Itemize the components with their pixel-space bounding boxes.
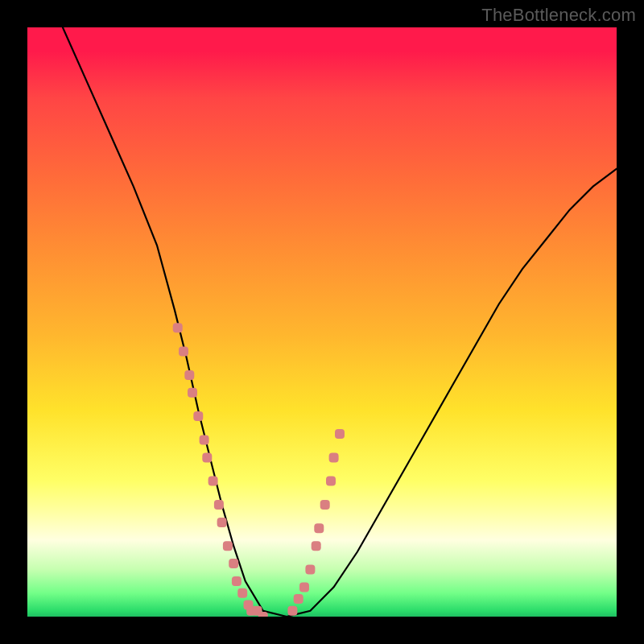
highlight-dot — [173, 323, 183, 332]
highlight-dots — [173, 323, 345, 617]
highlight-dot — [184, 370, 194, 380]
highlight-dot — [214, 500, 224, 510]
highlight-dot — [217, 518, 227, 527]
highlight-dot — [188, 388, 197, 398]
highlight-dot — [320, 500, 330, 510]
highlight-dot — [193, 411, 203, 421]
highlight-dot — [305, 564, 315, 574]
plot-area — [27, 27, 617, 617]
bottleneck-curve-svg — [27, 27, 617, 617]
bottleneck-curve — [63, 27, 617, 617]
highlight-dot — [258, 612, 268, 617]
highlight-dot — [202, 452, 212, 462]
highlight-dot — [208, 477, 218, 486]
highlight-dot — [335, 429, 345, 439]
highlight-dot — [314, 523, 324, 533]
chart-frame: TheBottleneck.com — [0, 0, 644, 644]
highlight-dot — [299, 582, 309, 592]
highlight-dot — [329, 452, 339, 462]
watermark-text: TheBottleneck.com — [481, 5, 636, 26]
highlight-dot — [223, 541, 233, 551]
highlight-dot — [179, 347, 188, 357]
highlight-dot — [287, 606, 297, 616]
highlight-dot — [229, 559, 238, 568]
highlight-dot — [294, 594, 303, 604]
highlight-dot — [326, 477, 336, 486]
highlight-dot — [312, 541, 321, 551]
highlight-dot — [232, 576, 242, 586]
highlight-dot — [200, 435, 209, 444]
highlight-dot — [237, 588, 247, 598]
